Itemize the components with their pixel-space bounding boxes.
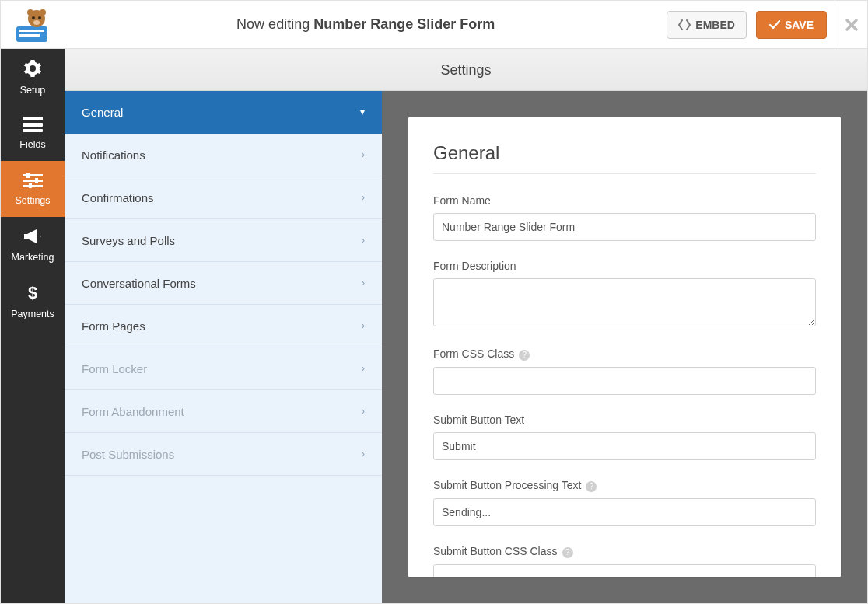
card-title: General [433, 142, 816, 174]
svg-rect-1 [19, 30, 44, 32]
settings-item-label: Form Locker [82, 362, 147, 375]
svg-rect-11 [23, 129, 43, 132]
settings-item-label: Surveys and Polls [82, 234, 175, 247]
chevron-right-icon: › [362, 192, 365, 203]
form-name-label: Form Name [433, 194, 816, 207]
nav-label: Settings [15, 195, 50, 206]
css-class-label: Form CSS Class? [433, 347, 816, 361]
settings-item-label: Conversational Forms [82, 277, 196, 290]
submit-css-input[interactable] [433, 564, 816, 577]
settings-item-label: Form Pages [82, 319, 145, 333]
editing-form-name: Number Range Slider Form [313, 16, 495, 32]
settings-item-form-abandonment[interactable]: Form Abandonment › [65, 390, 382, 433]
submit-text-label: Submit Button Text [433, 414, 816, 426]
submit-css-label-text: Submit Button CSS Class [433, 545, 558, 557]
field-css-class: Form CSS Class? [433, 347, 816, 395]
svg-point-5 [40, 9, 46, 16]
submit-processing-label-text: Submit Button Processing Text [433, 479, 581, 491]
nav-fields[interactable]: Fields [1, 105, 65, 161]
editing-prefix: Now editing [236, 16, 313, 32]
nav-marketing[interactable]: Marketing [1, 217, 65, 273]
settings-item-surveys[interactable]: Surveys and Polls › [65, 219, 382, 262]
save-label: SAVE [785, 19, 814, 31]
sliders-icon [23, 173, 43, 190]
chevron-right-icon: › [362, 149, 365, 160]
settings-item-label: Confirmations [82, 191, 154, 204]
settings-item-confirmations[interactable]: Confirmations › [65, 176, 382, 219]
bear-logo-icon [10, 6, 55, 44]
left-nav: Setup Fields Settings Marketing $ Paymen… [1, 49, 65, 603]
chevron-right-icon: › [362, 406, 365, 417]
svg-rect-9 [23, 117, 43, 120]
css-class-label-text: Form CSS Class [433, 347, 514, 360]
chevron-right-icon: › [362, 363, 365, 374]
field-form-name: Form Name [433, 194, 816, 241]
code-icon [678, 19, 691, 30]
help-icon[interactable]: ? [562, 547, 573, 558]
dollar-icon: $ [27, 283, 38, 304]
chevron-right-icon: › [362, 449, 365, 459]
nav-label: Fields [19, 139, 45, 150]
top-bar: Now editing Number Range Slider Form EMB… [1, 1, 867, 49]
svg-rect-2 [19, 34, 40, 37]
chevron-right-icon: › [362, 320, 365, 331]
css-class-input[interactable] [433, 367, 816, 395]
svg-rect-12 [23, 174, 43, 176]
settings-item-form-pages[interactable]: Form Pages › [65, 305, 382, 347]
settings-item-general[interactable]: General ▾ [65, 91, 382, 134]
submit-css-label: Submit Button CSS Class? [433, 545, 816, 558]
chevron-down-icon: ▾ [360, 106, 365, 117]
svg-text:$: $ [28, 283, 37, 302]
nav-label: Payments [11, 309, 54, 319]
settings-item-form-locker[interactable]: Form Locker › [65, 347, 382, 390]
settings-panel-title: Settings [65, 49, 867, 91]
svg-point-4 [27, 9, 33, 16]
chevron-right-icon: › [362, 278, 365, 288]
submit-processing-input[interactable] [433, 498, 816, 526]
settings-item-label: Post Submissions [82, 448, 174, 461]
save-button[interactable]: SAVE [756, 11, 827, 39]
settings-item-notifications[interactable]: Notifications › [65, 134, 382, 176]
nav-label: Setup [20, 85, 46, 96]
svg-rect-16 [35, 178, 38, 183]
nav-setup[interactable]: Setup [1, 49, 65, 105]
help-icon[interactable]: ? [586, 481, 597, 492]
svg-rect-14 [23, 185, 43, 187]
svg-rect-13 [23, 180, 43, 182]
top-actions: EMBED SAVE [667, 11, 835, 39]
help-icon[interactable]: ? [519, 350, 530, 361]
embed-label: EMBED [695, 19, 735, 31]
editing-title: Now editing Number Range Slider Form [65, 16, 667, 33]
close-button[interactable] [835, 1, 867, 49]
gear-icon [23, 59, 42, 80]
form-desc-input[interactable] [433, 278, 816, 326]
field-submit-text: Submit Button Text [433, 414, 816, 460]
nav-settings[interactable]: Settings [1, 161, 65, 217]
field-form-description: Form Description [433, 260, 816, 329]
svg-point-6 [32, 16, 35, 19]
nav-payments[interactable]: $ Payments [1, 273, 65, 329]
settings-item-label: General [82, 106, 123, 119]
settings-item-conversational[interactable]: Conversational Forms › [65, 262, 382, 305]
svg-point-8 [33, 20, 40, 25]
chevron-right-icon: › [362, 235, 365, 246]
megaphone-icon [23, 228, 43, 247]
field-submit-css: Submit Button CSS Class? [433, 545, 816, 577]
settings-item-label: Form Abandonment [82, 405, 184, 418]
submit-text-input[interactable] [433, 432, 816, 460]
form-name-input[interactable] [433, 213, 816, 241]
field-submit-processing: Submit Button Processing Text? [433, 479, 816, 526]
svg-rect-15 [26, 173, 30, 178]
form-desc-label: Form Description [433, 260, 816, 272]
svg-rect-10 [23, 123, 43, 127]
embed-button[interactable]: EMBED [667, 11, 747, 39]
main-panel: General Form Name Form Description Form … [382, 91, 867, 603]
app-logo [1, 1, 65, 48]
general-settings-card: General Form Name Form Description Form … [408, 117, 841, 577]
nav-label: Marketing [12, 252, 54, 263]
settings-subnav: General ▾ Notifications › Confirmations … [65, 91, 382, 603]
svg-rect-17 [29, 183, 32, 188]
settings-item-post-submissions[interactable]: Post Submissions › [65, 433, 382, 476]
fields-icon [23, 117, 43, 134]
submit-processing-label: Submit Button Processing Text? [433, 479, 816, 492]
